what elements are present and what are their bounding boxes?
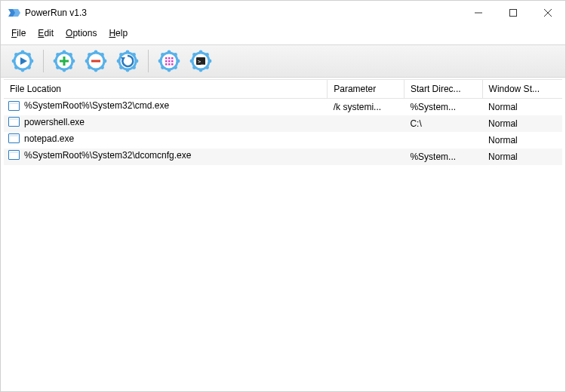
app-icon xyxy=(7,6,20,20)
svg-rect-57 xyxy=(165,60,168,63)
svg-rect-34 xyxy=(91,60,100,63)
cell-start-dir: %System... xyxy=(404,149,482,165)
cell-file-location: notepad.exe xyxy=(4,132,328,145)
svg-rect-59 xyxy=(171,60,174,63)
table-row[interactable]: powershell.exeC:\Normal xyxy=(4,115,562,132)
menu-help[interactable]: Help xyxy=(103,26,134,40)
cell-file-location: %SystemRoot%\System32\dcomcnfg.exe xyxy=(4,149,328,162)
col-window-state[interactable]: Window St... xyxy=(482,80,562,99)
cell-parameter xyxy=(328,132,405,149)
refresh-gear-icon[interactable] xyxy=(115,48,140,74)
svg-rect-62 xyxy=(171,63,174,66)
cell-start-dir: %System... xyxy=(404,99,482,115)
list-view[interactable]: File Location Parameter Start Direc... W… xyxy=(4,79,562,387)
app-window-icon xyxy=(8,101,20,111)
cell-file-location: powershell.exe xyxy=(4,115,328,129)
file-location-text: powershell.exe xyxy=(24,117,85,127)
svg-rect-56 xyxy=(171,57,174,60)
app-window-icon xyxy=(8,117,20,127)
table-header-row: File Location Parameter Start Direc... W… xyxy=(4,80,562,99)
cell-window-state: Normal xyxy=(482,149,562,165)
color-gear-icon[interactable] xyxy=(156,48,182,74)
cell-file-location: %SystemRoot%\System32\cmd.exe xyxy=(4,99,328,112)
table-row[interactable]: notepad.exeNormal xyxy=(4,132,562,149)
cell-parameter xyxy=(328,149,405,165)
col-file-location[interactable]: File Location xyxy=(4,80,328,99)
menu-edit[interactable]: Edit xyxy=(32,26,60,40)
toolbar-separator xyxy=(43,50,44,72)
window-title: PowerRun v1.3 xyxy=(25,8,461,18)
file-location-text: %SystemRoot%\System32\dcomcnfg.exe xyxy=(24,150,191,161)
cell-parameter xyxy=(328,115,405,132)
svg-rect-60 xyxy=(165,63,168,66)
toolbar-separator xyxy=(148,50,149,72)
svg-text:>_: >_ xyxy=(198,59,205,65)
table-row[interactable]: %SystemRoot%\System32\cmd.exe/k systemi.… xyxy=(4,99,562,115)
file-location-text: %SystemRoot%\System32\cmd.exe xyxy=(24,100,169,111)
svg-rect-1 xyxy=(510,10,517,17)
cell-start-dir xyxy=(404,132,482,149)
maximize-button[interactable] xyxy=(496,1,531,25)
cell-window-state: Normal xyxy=(482,99,562,115)
cell-window-state: Normal xyxy=(482,132,562,149)
menu-file[interactable]: File xyxy=(5,26,32,40)
cmd-gear-icon[interactable]: >_ xyxy=(188,48,214,74)
toolbar: >_ xyxy=(1,44,565,78)
cell-parameter: /k systemi... xyxy=(328,99,405,115)
add-gear-icon[interactable] xyxy=(51,48,77,74)
menubar: FileEditOptionsHelp xyxy=(1,25,565,41)
minimize-button[interactable] xyxy=(461,1,496,25)
svg-rect-61 xyxy=(168,63,171,66)
col-start-dir[interactable]: Start Direc... xyxy=(404,80,482,99)
menu-options[interactable]: Options xyxy=(60,26,103,40)
table-row[interactable]: %SystemRoot%\System32\dcomcnfg.exe%Syste… xyxy=(4,149,562,165)
titlebar: PowerRun v1.3 xyxy=(1,1,565,25)
file-location-text: notepad.exe xyxy=(24,133,74,144)
window-controls xyxy=(461,1,565,25)
app-window-icon xyxy=(8,150,20,160)
svg-rect-58 xyxy=(168,60,171,63)
cell-window-state: Normal xyxy=(482,115,562,132)
svg-rect-24 xyxy=(60,60,69,63)
svg-rect-54 xyxy=(165,57,168,60)
run-gear-icon[interactable] xyxy=(10,48,35,74)
svg-rect-55 xyxy=(168,57,171,60)
cell-start-dir: C:\ xyxy=(404,115,482,132)
remove-gear-icon[interactable] xyxy=(83,48,109,74)
app-window-icon xyxy=(8,133,20,143)
col-parameter[interactable]: Parameter xyxy=(328,80,405,99)
close-button[interactable] xyxy=(531,1,565,25)
